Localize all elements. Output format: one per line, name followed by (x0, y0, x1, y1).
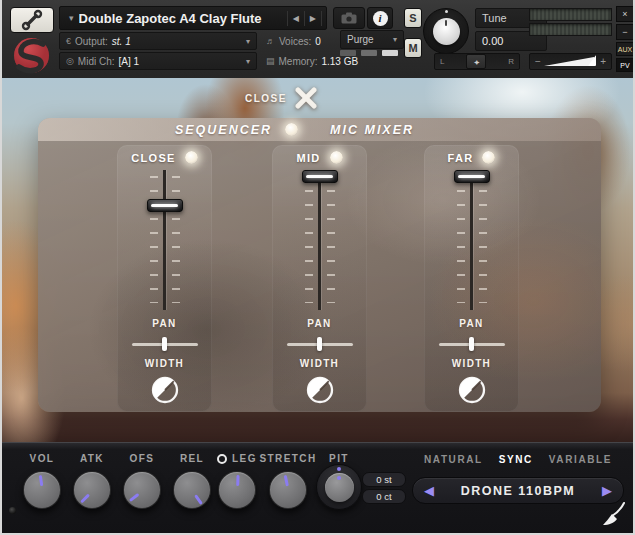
purge-status-leds (340, 50, 398, 56)
leg-knob-label: LEG (232, 453, 257, 464)
volume-plus[interactable]: + (600, 56, 606, 67)
pitch-cents-box[interactable]: 0 ct (362, 489, 406, 504)
midi-label: Midi Ch: (78, 56, 115, 67)
stretch-knob[interactable] (269, 471, 307, 509)
purge-led-2 (361, 50, 377, 56)
instrument-title-bar[interactable]: ▾ Double Zapotec A4 Clay Flute ◀ ▶ (59, 6, 327, 30)
close-panel-button[interactable]: CLOSE (245, 83, 329, 113)
rel-knob[interactable] (173, 471, 211, 509)
width-label: WIDTH (272, 358, 367, 369)
performance-controls-bar: VOL ATK OFS REL LEG STRETCH PIT (2, 442, 633, 535)
fader-handle[interactable] (454, 170, 490, 183)
output-jack-icon: € (66, 36, 71, 46)
mic-mixer-panel: SEQUENCER MIC MIXER CLOSE PAN (38, 118, 601, 412)
channel-pan-slider[interactable] (439, 337, 505, 351)
snapshot-camera-button[interactable] (333, 7, 365, 29)
width-knob[interactable] (149, 374, 181, 406)
fader-track[interactable] (318, 170, 321, 310)
channel-name: MID (296, 152, 320, 164)
legato-led[interactable] (217, 454, 227, 464)
pan-left-label: L (440, 57, 444, 66)
pan-handle[interactable] (317, 337, 322, 351)
ofs-knob-unit: OFS (114, 453, 170, 509)
channel-power-led[interactable] (482, 151, 495, 164)
tune-label: Tune (482, 12, 507, 24)
pitch-ring-marker (337, 467, 341, 471)
close-window-button[interactable]: × (616, 6, 634, 22)
tab-mic-mixer[interactable]: MIC MIXER (330, 123, 414, 137)
memory-label: Memory: (279, 56, 318, 67)
prev-instrument-button[interactable]: ◀ (288, 11, 305, 26)
purge-select[interactable]: Purge ▾ (340, 30, 404, 49)
mode-variable[interactable]: VARIABLE (549, 454, 612, 465)
info-icon: i (373, 11, 388, 26)
channel-pan-slider[interactable] (132, 337, 198, 351)
pan-slider[interactable]: L ◂|▸ R (434, 53, 520, 70)
title-dropdown-caret-icon[interactable]: ▾ (69, 13, 74, 23)
drone-prev-arrow[interactable]: ◀ (424, 484, 434, 497)
solo-button[interactable]: S (404, 8, 422, 28)
width-knob[interactable] (304, 374, 336, 406)
sequencer-power-led[interactable] (285, 123, 298, 136)
stretch-knob-unit: STRETCH (260, 453, 316, 509)
ofs-knob[interactable] (123, 471, 161, 509)
volume-fader[interactable] (424, 170, 519, 310)
atk-knob[interactable] (73, 471, 111, 509)
pan-label: PAN (117, 318, 212, 329)
drone-selector[interactable]: ◀ DRONE 110BPM ▶ (412, 477, 624, 504)
width-label: WIDTH (424, 358, 519, 369)
edit-wrench-button[interactable] (10, 7, 54, 33)
performance-view-button[interactable]: PV (616, 58, 634, 72)
atk-knob-label: ATK (64, 453, 120, 464)
minimize-window-button[interactable]: − (616, 24, 634, 40)
stretch-knob-label: STRETCH (260, 453, 316, 464)
mixer-channel-close: CLOSE PAN WIDTH (117, 145, 212, 412)
vol-knob-label: VOL (14, 453, 70, 464)
pit-knob-unit: PIT (311, 453, 367, 464)
mute-button[interactable]: M (404, 38, 422, 58)
pan-center-handle[interactable]: ◂|▸ (466, 54, 486, 69)
output-select[interactable]: € Output: st. 1 ▾ (59, 32, 257, 50)
instrument-header: ▾ Double Zapotec A4 Clay Flute ◀ ▶ € Out… (2, 0, 633, 78)
info-button[interactable]: i (367, 7, 393, 29)
level-meter-right (529, 23, 612, 36)
brush-icon[interactable] (600, 501, 626, 529)
volume-fader[interactable] (117, 170, 212, 310)
purge-caret-icon: ▾ (393, 35, 397, 44)
pitch-semitones-box[interactable]: 0 st (362, 472, 406, 487)
width-knob[interactable] (456, 374, 488, 406)
purge-led-3 (382, 50, 398, 56)
aux-button[interactable]: AUX (616, 42, 634, 56)
volume-minus[interactable]: − (535, 56, 541, 67)
wrench-icon (21, 9, 43, 31)
camera-icon (341, 12, 357, 24)
midi-channel-select[interactable]: ◎ Midi Ch: [A] 1 ▾ (59, 52, 257, 70)
fader-track[interactable] (163, 170, 166, 310)
drone-next-arrow[interactable]: ▶ (602, 484, 612, 497)
channel-power-led[interactable] (330, 151, 343, 164)
fader-handle[interactable] (147, 199, 183, 212)
mode-sync[interactable]: SYNC (499, 454, 533, 465)
channel-name: CLOSE (131, 152, 175, 164)
pan-handle[interactable] (162, 337, 167, 351)
pitch-knob[interactable] (316, 464, 362, 510)
mixer-channel-mid: MID PAN WIDTH (272, 145, 367, 412)
pan-handle[interactable] (469, 337, 474, 351)
next-instrument-button[interactable]: ▶ (305, 11, 322, 26)
panel-tab-bar: SEQUENCER MIC MIXER (38, 118, 601, 141)
vol-knob[interactable] (23, 471, 61, 509)
midi-value: [A] 1 (119, 56, 140, 67)
channel-pan-slider[interactable] (287, 337, 353, 351)
volume-fader[interactable] (272, 170, 367, 310)
tab-sequencer[interactable]: SEQUENCER (175, 123, 298, 137)
mixer-channel-far: FAR PAN WIDTH (424, 145, 519, 412)
leg-knob[interactable] (218, 471, 256, 509)
pit-knob-label: PIT (311, 453, 367, 464)
channel-power-led[interactable] (185, 151, 198, 164)
fader-track[interactable] (470, 170, 473, 310)
mode-natural[interactable]: NATURAL (424, 454, 483, 465)
volume-slider[interactable]: − + (529, 53, 612, 70)
output-value: st. 1 (112, 36, 131, 47)
tune-knob[interactable] (423, 8, 469, 54)
fader-handle[interactable] (302, 170, 338, 183)
